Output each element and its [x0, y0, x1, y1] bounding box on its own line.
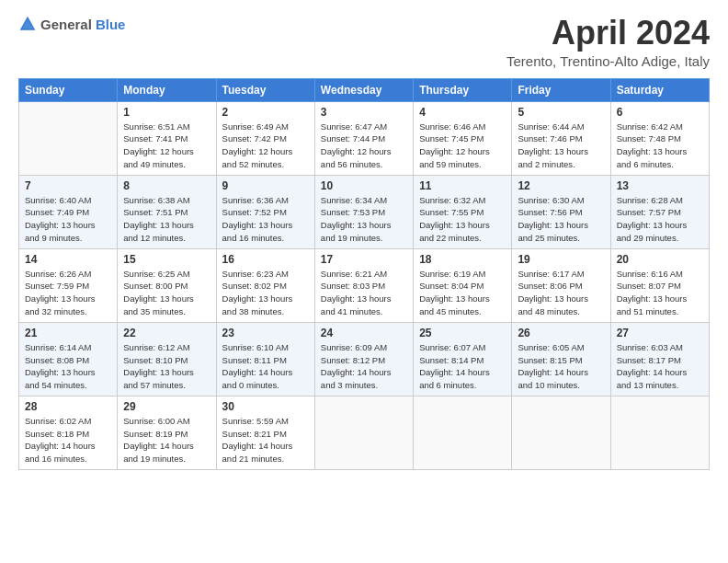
day-number: 14 [25, 253, 111, 266]
day-number: 19 [518, 253, 604, 266]
day-number: 8 [123, 179, 210, 192]
logo-icon [18, 15, 37, 33]
calendar-week-row: 1Sunrise: 6:51 AMSunset: 7:41 PMDaylight… [19, 101, 710, 175]
calendar-cell: 17Sunrise: 6:21 AMSunset: 8:03 PMDayligh… [314, 248, 413, 322]
calendar-week-row: 21Sunrise: 6:14 AMSunset: 8:08 PMDayligh… [19, 322, 710, 396]
header-sunday: Sunday [19, 78, 118, 101]
day-number: 5 [518, 106, 604, 119]
calendar-cell: 8Sunrise: 6:38 AMSunset: 7:51 PMDaylight… [118, 175, 216, 248]
day-number: 23 [222, 327, 309, 339]
calendar: Sunday Monday Tuesday Wednesday Thursday… [18, 78, 710, 470]
calendar-cell: 23Sunrise: 6:10 AMSunset: 8:11 PMDayligh… [216, 322, 314, 396]
calendar-cell: 30Sunrise: 5:59 AMSunset: 8:21 PMDayligh… [216, 396, 314, 469]
calendar-cell: 7Sunrise: 6:40 AMSunset: 7:49 PMDaylight… [19, 175, 118, 248]
title-area: April 2024 Terento, Trentino-Alto Adige,… [506, 15, 710, 69]
day-info: Sunrise: 6:09 AMSunset: 8:12 PMDaylight:… [321, 341, 407, 392]
calendar-cell: 18Sunrise: 6:19 AMSunset: 8:04 PMDayligh… [414, 248, 512, 322]
day-info: Sunrise: 6:51 AMSunset: 7:41 PMDaylight:… [123, 121, 210, 171]
day-info: Sunrise: 6:38 AMSunset: 7:51 PMDaylight:… [123, 194, 210, 245]
day-number: 2 [222, 106, 309, 119]
calendar-cell: 29Sunrise: 6:00 AMSunset: 8:19 PMDayligh… [118, 396, 216, 469]
subtitle: Terento, Trentino-Alto Adige, Italy [506, 53, 710, 69]
calendar-cell: 4Sunrise: 6:46 AMSunset: 7:45 PMDaylight… [414, 101, 512, 175]
calendar-cell: 26Sunrise: 6:05 AMSunset: 8:15 PMDayligh… [512, 322, 610, 396]
day-number: 3 [321, 106, 407, 119]
day-info: Sunrise: 6:47 AMSunset: 7:44 PMDaylight:… [321, 121, 407, 171]
day-number: 17 [321, 253, 407, 266]
day-number: 10 [321, 179, 407, 192]
day-header-row: Sunday Monday Tuesday Wednesday Thursday… [19, 78, 710, 101]
calendar-cell [512, 396, 610, 469]
day-info: Sunrise: 6:00 AMSunset: 8:19 PMDaylight:… [123, 415, 210, 465]
day-info: Sunrise: 6:26 AMSunset: 7:59 PMDaylight:… [25, 268, 111, 318]
day-info: Sunrise: 6:25 AMSunset: 8:00 PMDaylight:… [123, 268, 210, 318]
day-number: 12 [518, 179, 604, 192]
day-number: 25 [419, 327, 506, 339]
day-info: Sunrise: 6:46 AMSunset: 7:45 PMDaylight:… [419, 121, 506, 171]
day-info: Sunrise: 6:34 AMSunset: 7:53 PMDaylight:… [321, 194, 407, 245]
day-info: Sunrise: 6:36 AMSunset: 7:52 PMDaylight:… [222, 194, 309, 245]
calendar-cell: 28Sunrise: 6:02 AMSunset: 8:18 PMDayligh… [19, 396, 118, 469]
day-number: 11 [419, 179, 506, 192]
day-info: Sunrise: 6:16 AMSunset: 8:07 PMDaylight:… [617, 268, 703, 318]
day-number: 26 [518, 327, 604, 339]
logo-text-general: General [40, 17, 92, 32]
calendar-cell: 6Sunrise: 6:42 AMSunset: 7:48 PMDaylight… [610, 101, 709, 175]
day-info: Sunrise: 6:30 AMSunset: 7:56 PMDaylight:… [518, 194, 604, 245]
calendar-cell: 15Sunrise: 6:25 AMSunset: 8:00 PMDayligh… [118, 248, 216, 322]
calendar-cell: 5Sunrise: 6:44 AMSunset: 7:46 PMDaylight… [512, 101, 610, 175]
day-info: Sunrise: 6:17 AMSunset: 8:06 PMDaylight:… [518, 268, 604, 318]
header: General Blue April 2024 Terento, Trentin… [18, 15, 710, 69]
day-info: Sunrise: 6:12 AMSunset: 8:10 PMDaylight:… [123, 341, 210, 392]
day-info: Sunrise: 6:03 AMSunset: 8:17 PMDaylight:… [617, 341, 703, 392]
day-number: 20 [617, 253, 703, 266]
day-info: Sunrise: 6:19 AMSunset: 8:04 PMDaylight:… [419, 268, 506, 318]
day-number: 22 [123, 327, 210, 339]
calendar-week-row: 7Sunrise: 6:40 AMSunset: 7:49 PMDaylight… [19, 175, 710, 248]
calendar-cell: 13Sunrise: 6:28 AMSunset: 7:57 PMDayligh… [610, 175, 709, 248]
calendar-cell: 19Sunrise: 6:17 AMSunset: 8:06 PMDayligh… [512, 248, 610, 322]
calendar-cell: 20Sunrise: 6:16 AMSunset: 8:07 PMDayligh… [610, 248, 709, 322]
day-info: Sunrise: 6:40 AMSunset: 7:49 PMDaylight:… [25, 194, 111, 245]
logo: General Blue [18, 15, 125, 33]
day-number: 28 [25, 400, 111, 413]
calendar-week-row: 28Sunrise: 6:02 AMSunset: 8:18 PMDayligh… [19, 396, 710, 469]
day-number: 21 [25, 327, 111, 339]
day-info: Sunrise: 6:23 AMSunset: 8:02 PMDaylight:… [222, 268, 309, 318]
day-number: 29 [123, 400, 210, 413]
day-number: 1 [123, 106, 210, 119]
day-info: Sunrise: 6:44 AMSunset: 7:46 PMDaylight:… [518, 121, 604, 171]
day-info: Sunrise: 6:32 AMSunset: 7:55 PMDaylight:… [419, 194, 506, 245]
day-number: 27 [617, 327, 703, 339]
calendar-cell: 24Sunrise: 6:09 AMSunset: 8:12 PMDayligh… [314, 322, 413, 396]
header-thursday: Thursday [414, 78, 512, 101]
day-info: Sunrise: 6:02 AMSunset: 8:18 PMDaylight:… [25, 415, 111, 465]
day-number: 16 [222, 253, 309, 266]
day-info: Sunrise: 6:28 AMSunset: 7:57 PMDaylight:… [617, 194, 703, 245]
calendar-week-row: 14Sunrise: 6:26 AMSunset: 7:59 PMDayligh… [19, 248, 710, 322]
day-number: 4 [419, 106, 506, 119]
logo-text-blue: Blue [96, 17, 126, 32]
calendar-header: Sunday Monday Tuesday Wednesday Thursday… [19, 78, 710, 101]
day-number: 7 [25, 179, 111, 192]
header-tuesday: Tuesday [216, 78, 314, 101]
calendar-cell: 21Sunrise: 6:14 AMSunset: 8:08 PMDayligh… [19, 322, 118, 396]
calendar-body: 1Sunrise: 6:51 AMSunset: 7:41 PMDaylight… [19, 101, 710, 469]
day-number: 30 [222, 400, 309, 413]
day-info: Sunrise: 5:59 AMSunset: 8:21 PMDaylight:… [222, 415, 309, 465]
day-number: 9 [222, 179, 309, 192]
day-info: Sunrise: 6:05 AMSunset: 8:15 PMDaylight:… [518, 341, 604, 392]
day-info: Sunrise: 6:49 AMSunset: 7:42 PMDaylight:… [222, 121, 309, 171]
day-info: Sunrise: 6:14 AMSunset: 8:08 PMDaylight:… [25, 341, 111, 392]
header-monday: Monday [118, 78, 216, 101]
calendar-cell: 27Sunrise: 6:03 AMSunset: 8:17 PMDayligh… [610, 322, 709, 396]
day-info: Sunrise: 6:42 AMSunset: 7:48 PMDaylight:… [617, 121, 703, 171]
calendar-cell: 2Sunrise: 6:49 AMSunset: 7:42 PMDaylight… [216, 101, 314, 175]
day-info: Sunrise: 6:07 AMSunset: 8:14 PMDaylight:… [419, 341, 506, 392]
calendar-cell [314, 396, 413, 469]
calendar-cell: 14Sunrise: 6:26 AMSunset: 7:59 PMDayligh… [19, 248, 118, 322]
day-number: 24 [321, 327, 407, 339]
calendar-cell: 22Sunrise: 6:12 AMSunset: 8:10 PMDayligh… [118, 322, 216, 396]
calendar-cell: 16Sunrise: 6:23 AMSunset: 8:02 PMDayligh… [216, 248, 314, 322]
calendar-cell: 25Sunrise: 6:07 AMSunset: 8:14 PMDayligh… [414, 322, 512, 396]
